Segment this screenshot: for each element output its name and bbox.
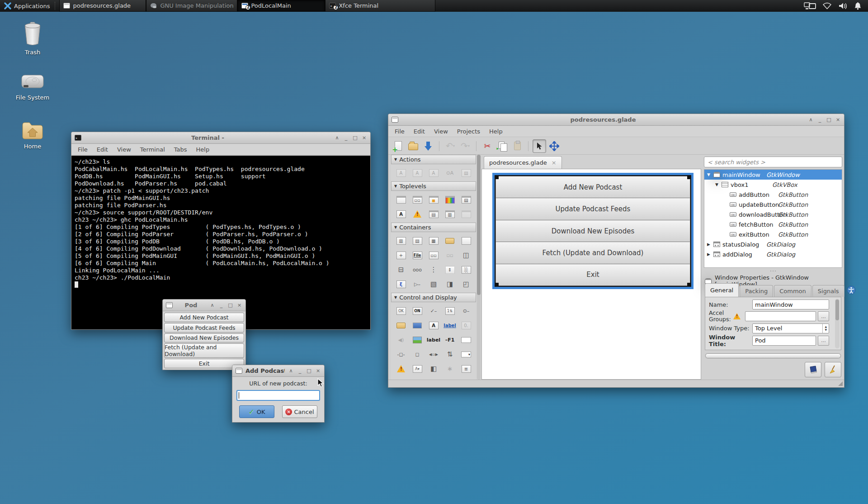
palette-item-spinner[interactable]: ∗ <box>442 361 458 376</box>
documentation-button[interactable] <box>805 362 821 377</box>
palette-item-color-selection-dialog[interactable] <box>442 192 458 207</box>
notifications-icon[interactable] <box>854 2 862 10</box>
glade-titlebar[interactable]: podresources.glade ∧_□× <box>388 114 844 126</box>
palette-item-scrolled-window[interactable]: ⇕ <box>442 262 458 277</box>
tree-row-downloadButton[interactable]: downloadButtonGtkButton <box>704 209 842 219</box>
palette-item-notebook[interactable] <box>442 233 458 248</box>
palette-item-menu-bar[interactable]: ▫▫ <box>442 248 458 262</box>
palette-item-accel-label[interactable]: –F1 <box>442 333 458 347</box>
selection-handle[interactable] <box>687 283 691 287</box>
desktop-icon-file-system[interactable]: File System <box>12 71 53 101</box>
palette-item-text-view[interactable]: ≣ <box>458 361 474 376</box>
cleanup-button[interactable] <box>825 362 841 377</box>
glade-menu-help[interactable]: Help <box>485 128 507 135</box>
palette-item-action[interactable]: A <box>393 166 409 180</box>
tree-row-vbox1[interactable]: ▼vbox1GtkVBox <box>704 180 842 190</box>
accel-groups-field[interactable] <box>745 311 816 321</box>
close-button[interactable]: × <box>236 303 242 308</box>
cut-button[interactable]: ✂ <box>481 139 494 153</box>
properties-scrollbar[interactable] <box>835 299 840 348</box>
expander-closed-icon[interactable]: ▶ <box>706 242 711 247</box>
tree-row-addButton[interactable]: addButtonGtkButton <box>704 190 842 200</box>
palette-item-toggle-action[interactable]: A <box>409 166 425 180</box>
panel-splitter[interactable] <box>704 269 842 273</box>
palette-item-tree-view[interactable]: ▤ <box>425 376 442 380</box>
drag-resize-button[interactable] <box>547 139 561 153</box>
palette-item-hbox[interactable]: ▥ <box>393 233 409 248</box>
spinner-arrows-icon[interactable]: ▲▼ <box>822 324 829 333</box>
palette-item-toolbar[interactable]: ▭ <box>409 376 425 380</box>
palette-item-vscale[interactable]: ◻ <box>409 347 425 361</box>
terminal-titlebar[interactable]: Terminal - ∧_□× <box>71 132 370 144</box>
palette-item-alignment[interactable]: ◰ <box>458 277 474 291</box>
palette-item-font-button[interactable]: A <box>425 318 442 333</box>
expander-closed-icon[interactable]: ▶ <box>706 252 711 257</box>
selection-handle[interactable] <box>495 283 499 287</box>
save-button[interactable] <box>421 139 435 153</box>
minimize-button[interactable]: _ <box>297 368 303 373</box>
palette-item-vbox[interactable]: ▤ <box>409 233 425 248</box>
palette-item-hpaned[interactable]: ◫ <box>458 248 474 262</box>
taskbar-button-podlocalmain[interactable]: 2PodLocalMain <box>237 0 325 12</box>
taskbar-button-xfce-terminal[interactable]: 2Xfce Terminal <box>325 0 435 12</box>
palette-item-link-button[interactable]: label <box>442 318 458 333</box>
palette-section-containers[interactable]: ▼Containers <box>391 223 476 232</box>
new-project-button[interactable] <box>392 139 405 153</box>
podcast-url-input[interactable] <box>236 390 320 401</box>
palette-item-hbutton-box[interactable]: ▫▫ <box>425 248 442 262</box>
undo-button[interactable]: ↶▾ <box>443 139 457 153</box>
palette-item-combo-box-entry[interactable]: A▾ <box>409 361 425 376</box>
palette-section-control-and-display[interactable]: ▼Control and Display <box>391 293 476 302</box>
tab-close-icon[interactable]: × <box>552 159 557 166</box>
open-button[interactable] <box>406 139 420 153</box>
canvas-button-add-new-podcast[interactable]: Add New Podcast <box>495 176 690 198</box>
tree-row-updateButton[interactable]: updateButtonGtkButton <box>704 200 842 209</box>
close-button[interactable]: × <box>361 135 367 140</box>
window-title-more-button[interactable]: ... <box>818 336 829 346</box>
copy-button[interactable] <box>495 139 509 153</box>
glade-menu-edit[interactable]: Edit <box>409 128 429 135</box>
palette-item-check-button[interactable]: ✓– <box>425 304 442 318</box>
palette-item-file-chooser-dialog[interactable]: ▤ <box>458 192 474 207</box>
desktop-icon-trash[interactable]: Trash <box>12 22 53 56</box>
tree-row-exitButton[interactable]: exitButtonGtkButton <box>704 229 842 239</box>
shade-button[interactable]: ∧ <box>288 368 294 373</box>
properties-tab-packing[interactable]: Packing <box>740 285 773 297</box>
accel-groups-more-button[interactable]: ... <box>818 311 829 321</box>
palette-item-file-chooser-button[interactable] <box>393 318 409 333</box>
palette-item-image-widget[interactable] <box>409 333 425 347</box>
canvas-button-download-new-episodes[interactable]: Download New Episodes <box>495 220 690 242</box>
tree-row-mainWindow[interactable]: ▼mainWindowGtkWindow <box>704 170 842 180</box>
palette-item-toggle-button[interactable]: ON <box>409 304 425 318</box>
palette-item-spin-button[interactable]: 1⇅ <box>442 304 458 318</box>
taskbar-button-gnu-image-manipulation[interactable]: GNU Image Manipulation ... <box>146 0 237 12</box>
window-title-field[interactable]: Pod <box>752 336 816 346</box>
palette-item-about-dialog[interactable]: ▪ <box>425 192 442 207</box>
palette-item-dialog[interactable]: ▫▫ <box>409 192 425 207</box>
terminal-menu-file[interactable]: File <box>73 146 92 153</box>
terminal-menu-view[interactable]: View <box>113 146 136 153</box>
palette-item-hscrollbar[interactable]: ◀▭▶ <box>425 347 442 361</box>
accessibility-tab[interactable] <box>847 285 856 295</box>
palette-item-warning-widget[interactable] <box>393 361 409 376</box>
minimize-button[interactable]: _ <box>817 117 823 122</box>
tree-row-fetchButton[interactable]: fetchButtonGtkButton <box>704 219 842 229</box>
palette-item-table[interactable]: ▦ <box>425 233 442 248</box>
palette-item-entry-widget[interactable] <box>458 333 474 347</box>
palette-item-vbutton-box[interactable]: ⋮ <box>425 262 442 277</box>
palette-item-hscale[interactable]: -◻- <box>393 347 409 361</box>
canvas-button-update-podcast-feeds[interactable]: Update Podcast Feeds <box>495 198 690 220</box>
palette-item-scale-button[interactable]: 0. <box>458 318 474 333</box>
palette-item-window[interactable] <box>393 192 409 207</box>
shade-button[interactable]: ∧ <box>808 117 814 122</box>
wifi-icon[interactable] <box>822 2 832 10</box>
glade-menu-view[interactable]: View <box>429 128 453 135</box>
palette-item-font-selection-dialog[interactable]: A <box>393 207 409 221</box>
palette-item-label-widget[interactable]: label <box>425 333 442 347</box>
palette-item-vscrollbar[interactable]: ⇅ <box>442 347 458 361</box>
maximize-button[interactable]: □ <box>306 368 312 373</box>
glade-design-canvas[interactable]: Add New PodcastUpdate Podcast FeedsDownl… <box>481 169 701 380</box>
tree-row-statusDialog[interactable]: ▶statusDialogGtkDialog <box>704 239 842 249</box>
tree-row-addDialog[interactable]: ▶addDialogGtkDialog <box>704 249 842 259</box>
tab-podresources-glade[interactable]: podresources.glade × <box>484 156 562 169</box>
